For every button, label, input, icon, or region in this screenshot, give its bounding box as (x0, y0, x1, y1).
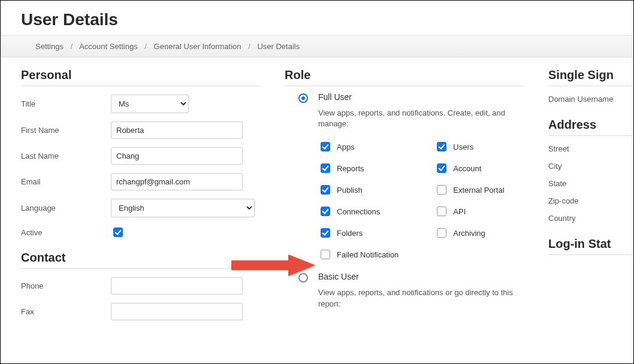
first-name-input[interactable] (111, 122, 243, 139)
perm-api-checkbox[interactable] (437, 207, 446, 216)
role-full-user-label: Full User (318, 92, 522, 102)
domain-username-label: Domain Username (548, 95, 634, 104)
email-input[interactable] (111, 173, 243, 190)
perm-apps-checkbox[interactable] (321, 142, 330, 151)
page-title: User Details (1, 1, 633, 35)
breadcrumb-sep: / (71, 42, 73, 51)
perm-api-label: API (453, 207, 466, 216)
sso-heading: Single Sign (548, 68, 634, 86)
perm-failed-notification-label: Failed Notification (337, 250, 398, 259)
perm-publish-checkbox[interactable] (321, 185, 330, 195)
role-heading: Role (285, 68, 524, 86)
street-label: Street (548, 144, 634, 153)
language-select[interactable]: English (111, 199, 255, 217)
active-label: Active (21, 228, 111, 237)
first-name-label: First Name (21, 126, 111, 135)
perm-reports-label: Reports (337, 164, 364, 173)
zip-label: Zip-code (548, 196, 634, 205)
perm-archiving-label: Archiving (453, 229, 485, 238)
address-heading: Address (548, 118, 634, 136)
perm-users-checkbox[interactable] (437, 142, 446, 151)
state-label: State (548, 179, 634, 188)
country-label: Country (548, 214, 634, 223)
perm-reports-checkbox[interactable] (321, 163, 330, 173)
role-basic-user-label: Basic User (318, 272, 522, 281)
last-name-input[interactable] (111, 147, 243, 165)
perm-publish-label: Publish (337, 186, 363, 195)
perm-users-label: Users (453, 142, 473, 151)
role-full-user-radio[interactable] (298, 93, 308, 103)
city-label: City (548, 162, 634, 171)
perm-account-label: Account (453, 164, 481, 173)
perm-folders-checkbox[interactable] (321, 228, 330, 238)
breadcrumb-sep: / (144, 42, 147, 51)
breadcrumb-general-user-info[interactable]: General User Information (154, 42, 241, 51)
perm-archiving-checkbox[interactable] (437, 228, 446, 238)
breadcrumb-settings[interactable]: Settings (35, 42, 64, 51)
breadcrumb-sep: / (248, 42, 250, 51)
phone-label: Phone (21, 281, 111, 290)
perm-account-checkbox[interactable] (437, 163, 446, 173)
perm-connections-checkbox[interactable] (321, 207, 330, 216)
perm-connections-label: Connections (337, 207, 380, 216)
language-label: Language (21, 204, 111, 213)
perm-failed-notification-checkbox[interactable] (321, 250, 330, 259)
breadcrumb-current: User Details (257, 42, 300, 51)
breadcrumb-account-settings[interactable]: Account Settings (79, 42, 138, 51)
title-label: Title (21, 99, 111, 108)
contact-heading: Contact (21, 251, 261, 269)
breadcrumb: Settings / Account Settings / General Us… (1, 35, 633, 57)
role-full-user-desc: View apps, reports, and notifications. C… (318, 108, 522, 129)
role-basic-user-radio[interactable] (298, 273, 308, 283)
active-checkbox[interactable] (113, 228, 123, 237)
fax-input[interactable] (111, 303, 243, 320)
fax-label: Fax (21, 307, 111, 316)
title-select[interactable]: Ms (111, 95, 189, 113)
phone-input[interactable] (111, 277, 243, 295)
perm-external-portal-label: External Portal (453, 186, 504, 195)
email-label: Email (21, 177, 111, 186)
personal-heading: Personal (21, 68, 261, 86)
perm-apps-label: Apps (337, 142, 355, 151)
last-name-label: Last Name (21, 151, 111, 160)
perm-external-portal-checkbox[interactable] (437, 185, 446, 195)
perm-folders-label: Folders (337, 229, 363, 238)
login-heading: Log-in Stat (548, 237, 634, 255)
role-basic-user-desc: View apps, reports, and notifications or… (318, 287, 522, 309)
